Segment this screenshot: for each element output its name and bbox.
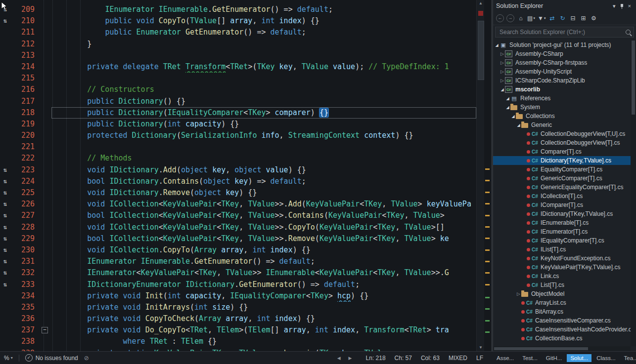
filter-button[interactable]: ▼▾	[537, 13, 546, 23]
scrollbar-thumb[interactable]	[478, 21, 484, 80]
tree-item[interactable]: ◢▣Solution 'project-gui' (11 of 11 proje…	[493, 40, 636, 49]
tree-vertical-scrollbar[interactable]	[631, 40, 636, 346]
tool-window-tab[interactable]: GitH...	[543, 354, 566, 362]
properties-button[interactable]: ⚙	[589, 13, 598, 23]
tree-item[interactable]: ▷C#Assembly-UnityScript	[493, 67, 636, 76]
tool-window-tab[interactable]: Class...	[593, 354, 619, 362]
code-line[interactable]: 238 where TRet : TElem {}	[0, 336, 476, 347]
override-indicator-icon[interactable]: ⇅	[0, 164, 10, 176]
tree-item[interactable]: C#CaseInsensitiveComparer.cs	[493, 316, 636, 325]
tree-item[interactable]: ▷C#Assembly-CSharp	[493, 49, 636, 58]
expanded-arrow-icon[interactable]: ◢	[505, 105, 510, 110]
scroll-up-icon[interactable]: ▲	[477, 1, 485, 6]
override-indicator-icon[interactable]: ⇅	[0, 15, 10, 27]
tree-item[interactable]: ◢System	[493, 103, 636, 112]
column-indicator[interactable]: Col: 63	[421, 355, 440, 362]
code-line[interactable]: ⇅209 IEnumerator IEnumerable.GetEnumerat…	[0, 4, 476, 15]
tree-item[interactable]: C#GenericEqualityComparer[T].cs	[493, 183, 636, 192]
expanded-arrow-icon[interactable]: ◢	[510, 114, 516, 119]
scrollbar-thumb[interactable]	[632, 40, 635, 115]
fold-collapse-button[interactable]: −	[38, 324, 51, 336]
collapsed-arrow-icon[interactable]: ▷	[500, 60, 505, 65]
code-line[interactable]: ⇅210 public void CopyTo(TValue[] array, …	[0, 15, 476, 27]
override-indicator-icon[interactable]: ⇅	[0, 176, 10, 187]
code-line[interactable]: 216 // Constructors	[0, 84, 476, 95]
code-line[interactable]: 239 private static KeyValuePair<TKey, TV…	[0, 348, 476, 351]
code-line[interactable]: ⇅226 void ICollection<KeyValuePair<TKey,…	[0, 199, 476, 210]
code-line[interactable]: ⇅225 void IDictionary.Remove(object key)…	[0, 187, 476, 199]
scroll-down-icon[interactable]: ▼	[477, 345, 485, 350]
tree-horizontal-scrollbar[interactable]	[493, 346, 631, 351]
tree-item[interactable]: C#KeyNotFoundException.cs	[493, 254, 636, 263]
tree-item[interactable]: C#IDictionary[TKey,TValue].cs	[493, 209, 636, 218]
tree-item[interactable]: C#GenericComparer[T].cs	[493, 174, 636, 183]
refresh-button[interactable]: ↻	[557, 13, 567, 23]
line-indicator[interactable]: Ln: 218	[366, 355, 386, 362]
tree-item[interactable]: ▷C#ICSharpCode.SharpZipLib	[493, 76, 636, 85]
code-line[interactable]: ⇅232 IEnumerator<KeyValuePair<TKey, TVal…	[0, 267, 476, 279]
code-line[interactable]: 221	[0, 141, 476, 153]
slashed-circle-icon[interactable]: ⊘	[84, 355, 89, 362]
indent-mode-indicator[interactable]: MIXED	[449, 355, 467, 362]
code-line[interactable]: 237− private void Do_CopyTo<TRet, TElem>…	[0, 324, 476, 336]
tree-item[interactable]: C#ArrayList.cs	[493, 298, 636, 307]
tree-item[interactable]: C#CollectionDebuggerView[T,U].cs	[493, 129, 636, 138]
char-indicator[interactable]: Ch: 57	[395, 355, 412, 362]
code-line[interactable]: 217 public Dictionary() {}	[0, 96, 476, 107]
collapsed-arrow-icon[interactable]: ▷	[500, 78, 505, 83]
tree-item[interactable]: ◢Generic	[493, 121, 636, 129]
override-indicator-icon[interactable]: ⇅	[0, 279, 10, 290]
code-line[interactable]: 215	[0, 73, 476, 84]
scroll-left-icon[interactable]: ◀	[337, 356, 341, 361]
zoom-control[interactable]: % ▾	[4, 355, 13, 362]
override-indicator-icon[interactable]: ⇅	[0, 222, 10, 233]
expanded-arrow-icon[interactable]: ◢	[494, 43, 500, 47]
collapsed-arrow-icon[interactable]: ▷	[500, 51, 505, 56]
override-indicator-icon[interactable]: ⇅	[0, 233, 10, 244]
code-line[interactable]: ⇅233 IDictionaryEnumerator IDictionary.G…	[0, 279, 476, 290]
code-line[interactable]: 213	[0, 50, 476, 61]
code-line[interactable]: ⇅227 bool ICollection<KeyValuePair<TKey,…	[0, 210, 476, 221]
override-indicator-icon[interactable]: ⇅	[0, 210, 10, 221]
tool-window-tab[interactable]: Test...	[519, 354, 541, 362]
tree-item[interactable]: C#IComparer[T].cs	[493, 201, 636, 209]
code-line[interactable]: ⇅224 bool IDictionary.Contains(object ke…	[0, 176, 476, 187]
tree-item[interactable]: C#BitArray.cs	[493, 307, 636, 316]
code-line[interactable]: ⇅230 void ICollection.CopyTo(Array array…	[0, 244, 476, 256]
tree-item[interactable]: ◢C#mscorlib	[493, 85, 636, 94]
tree-item[interactable]: C#IList[T].cs	[493, 245, 636, 254]
expanded-arrow-icon[interactable]: ◢	[505, 96, 510, 101]
code-line[interactable]: 219 public Dictionary(int capacity) {}	[0, 119, 476, 130]
override-indicator-icon[interactable]: ⇅	[0, 256, 10, 267]
override-indicator-icon[interactable]: ⇅	[0, 244, 10, 256]
override-indicator-icon[interactable]: ⇅	[0, 267, 10, 279]
tree-item[interactable]: C#KeyValuePair[TKey,TValue].cs	[493, 263, 636, 272]
show-all-files-button[interactable]: ⊞	[578, 13, 588, 23]
tree-item[interactable]: ◢Collections	[493, 112, 636, 121]
search-icon[interactable]	[626, 30, 631, 35]
pin-icon[interactable]	[618, 2, 626, 10]
search-box[interactable]	[495, 27, 634, 38]
tree-item[interactable]: C#CollectionBase.cs	[493, 334, 636, 343]
tree-item[interactable]: ▷C#Assembly-CSharp-firstpass	[493, 58, 636, 67]
forward-button[interactable]: →	[505, 13, 515, 23]
expanded-arrow-icon[interactable]: ◢	[500, 87, 505, 92]
scroll-right-icon[interactable]: ▶	[349, 356, 352, 361]
code-line[interactable]: 235 private void InitArrays(int size) {}	[0, 302, 476, 313]
collapse-all-button[interactable]: ⊟	[568, 13, 578, 23]
code-line[interactable]: ⇅228 void ICollection<KeyValuePair<TKey,…	[0, 222, 476, 233]
code-editor[interactable]: ⇅209 IEnumerator IEnumerable.GetEnumerat…	[0, 0, 491, 351]
code-line[interactable]: 220 protected Dictionary(SerializationIn…	[0, 130, 476, 141]
collapsed-arrow-icon[interactable]: ▷	[516, 291, 521, 296]
tool-window-tab[interactable]: Solut...	[567, 354, 591, 362]
tree-item[interactable]: C#CollectionDebuggerView[T].cs	[493, 138, 636, 147]
close-icon[interactable]: ×	[626, 2, 633, 10]
switch-views-button[interactable]: ▤▾	[526, 13, 536, 23]
code-line[interactable]: 236 private void CopyToCheck(Array array…	[0, 313, 476, 324]
code-line[interactable]: ⇅223 void IDictionary.Add(object key, ob…	[0, 164, 476, 176]
sync-with-active-document-button[interactable]: ⇄	[547, 13, 557, 23]
code-line[interactable]: 222 // Methods	[0, 153, 476, 164]
override-indicator-icon[interactable]: ⇅	[0, 199, 10, 210]
expanded-arrow-icon[interactable]: ◢	[516, 123, 521, 127]
code-line[interactable]: ⇅229 bool ICollection<KeyValuePair<TKey,…	[0, 233, 476, 244]
